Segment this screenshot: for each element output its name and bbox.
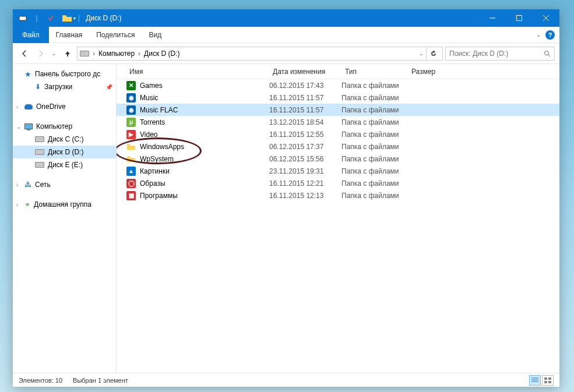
tab-home[interactable]: Главная [49, 27, 90, 43]
quick-access[interactable]: ★ Панель быстрого дс [13, 68, 116, 80]
item-date: 16.11.2015 11:57 [269, 106, 341, 114]
status-count: Элементов: 10 [19, 377, 62, 384]
breadcrumb-current[interactable]: Диск D (D:) [142, 47, 182, 60]
col-name[interactable]: Имя [126, 68, 269, 76]
ribbon: Файл Главная Поделиться Вид ⌄ ? [13, 27, 559, 43]
title-bar[interactable]: | ▾ | Диск D (D:) [13, 9, 559, 27]
sidebar-downloads[interactable]: ⬇ Загрузки 📌 [13, 80, 116, 93]
file-row[interactable]: μTorrents13.12.2015 18:54Папка с файлами [117, 116, 559, 128]
svg-rect-12 [548, 377, 551, 380]
properties-icon[interactable] [16, 12, 29, 24]
svg-line-7 [548, 55, 550, 56]
item-icon: ▲ [126, 166, 136, 176]
file-row[interactable]: WpSystem06.12.2015 15:56Папка с файлами [117, 153, 559, 165]
sidebar-drive[interactable]: Диск E (E:) [13, 158, 116, 171]
file-row[interactable]: ▦Программы16.11.2015 12:13Папка с файлам… [117, 189, 559, 202]
item-type: Папка с файлами [341, 167, 408, 175]
drive-label: Диск D (D:) [48, 148, 83, 156]
tab-share[interactable]: Поделиться [89, 27, 142, 43]
file-row[interactable]: ◉Music16.11.2015 11:57Папка с файлами [117, 91, 559, 104]
item-type: Папка с файлами [341, 94, 408, 102]
forward-button[interactable] [34, 47, 48, 61]
file-tab[interactable]: Файл [13, 27, 49, 43]
file-row[interactable]: ✕Games06.12.2015 17:43Папка с файлами [117, 79, 559, 91]
search-box[interactable] [445, 47, 555, 61]
item-date: 16.11.2015 12:21 [269, 179, 341, 188]
col-size[interactable]: Размер [408, 68, 455, 76]
file-row[interactable]: ◉Music FLAC16.11.2015 11:57Папка с файла… [117, 104, 559, 116]
item-date: 13.12.2015 18:54 [269, 118, 341, 126]
item-icon [126, 154, 136, 164]
pin-icon: 📌 [105, 84, 112, 90]
sidebar-computer[interactable]: ⌄ Компьютер [13, 120, 116, 133]
recent-dropdown-icon[interactable]: ⌄ [50, 47, 58, 61]
file-row[interactable]: ▲Картинки23.11.2015 19:31Папка с файлами [117, 165, 559, 177]
item-name: Картинки [140, 167, 269, 175]
up-button[interactable] [61, 47, 75, 61]
item-name: Torrents [140, 118, 269, 126]
close-button[interactable] [533, 9, 559, 27]
explorer-window: | ▾ | Диск D (D:) Файл Главная Поделитьс… [13, 9, 559, 387]
help-icon[interactable]: ? [545, 30, 555, 40]
refresh-button[interactable] [426, 47, 440, 61]
drive-icon [80, 51, 89, 56]
sidebar-onedrive[interactable]: › OneDrive [13, 100, 116, 113]
back-button[interactable] [17, 47, 31, 61]
maximize-button[interactable] [506, 9, 533, 27]
item-date: 06.12.2015 17:43 [269, 82, 341, 90]
file-row[interactable]: ◯Образы16.11.2015 12:21Папка с файлами [117, 177, 559, 189]
tab-view[interactable]: Вид [142, 27, 168, 43]
item-name: Video [140, 130, 269, 139]
homegroup-label: Домашняя группа [34, 200, 91, 209]
network-label: Сеть [35, 181, 51, 189]
breadcrumb-computer[interactable]: Компьютер [96, 47, 137, 60]
svg-rect-0 [19, 16, 26, 20]
details-view-button[interactable] [529, 375, 541, 386]
expand-icon[interactable]: › [16, 104, 18, 110]
col-type[interactable]: Тип [341, 68, 408, 76]
item-icon [126, 142, 136, 152]
address-dropdown-icon[interactable]: ⌄ [419, 51, 424, 56]
drive-icon [35, 136, 44, 142]
network-icon: 🖧 [24, 181, 31, 189]
expand-icon[interactable]: › [16, 182, 18, 188]
breadcrumb-sep-icon[interactable]: › [137, 50, 142, 58]
check-icon[interactable] [44, 12, 57, 24]
cloud-icon [24, 104, 33, 110]
sidebar-drive[interactable]: Диск C (C:) [13, 133, 116, 146]
item-date: 06.12.2015 15:56 [269, 155, 341, 163]
file-row[interactable]: ▶Video16.11.2015 12:55Папка с файлами [117, 128, 559, 140]
sidebar-homegroup[interactable]: › ⚭ Домашняя группа [13, 198, 116, 211]
monitor-icon [24, 123, 33, 129]
qat-separator: | [30, 12, 43, 24]
address-bar[interactable]: › Компьютер › Диск D (D:) ⌄ [77, 47, 443, 61]
drive-label: Диск E (E:) [48, 161, 83, 169]
minimize-button[interactable] [479, 9, 506, 27]
collapse-icon[interactable]: ⌄ [16, 123, 21, 130]
item-date: 16.11.2015 12:13 [269, 192, 341, 200]
item-icon: ✕ [126, 80, 136, 91]
qat-dropdown-icon[interactable]: ▾ [73, 16, 76, 21]
quick-access-toolbar: | [16, 12, 57, 24]
sidebar-network[interactable]: › 🖧 Сеть [13, 178, 116, 191]
ribbon-expand-icon[interactable]: ⌄ [536, 31, 541, 38]
expand-icon[interactable]: › [16, 202, 18, 208]
svg-rect-3 [517, 16, 522, 21]
nav-pane: ★ Панель быстрого дс ⬇ Загрузки 📌 › OneD… [13, 64, 117, 373]
svg-rect-13 [544, 381, 547, 383]
file-row[interactable]: WindowsApps06.12.2015 17:37Папка с файла… [117, 140, 559, 153]
download-icon: ⬇ [35, 83, 41, 91]
file-list-pane: Имя Дата изменения Тип Размер ✕Games06.1… [117, 64, 559, 373]
item-type: Папка с файлами [341, 155, 408, 163]
breadcrumb-sep-icon[interactable]: › [91, 50, 96, 58]
homegroup-icon: ⚭ [24, 200, 30, 209]
search-icon[interactable] [544, 50, 551, 57]
item-name: Games [140, 82, 269, 90]
thumbnails-view-button[interactable] [542, 375, 554, 386]
onedrive-label: OneDrive [36, 103, 66, 111]
drive-icon [35, 149, 44, 155]
search-input[interactable] [449, 50, 544, 58]
sidebar-drive[interactable]: Диск D (D:) [13, 146, 116, 158]
col-date[interactable]: Дата изменения [269, 68, 341, 76]
status-selection: Выбран 1 элемент [73, 377, 128, 384]
